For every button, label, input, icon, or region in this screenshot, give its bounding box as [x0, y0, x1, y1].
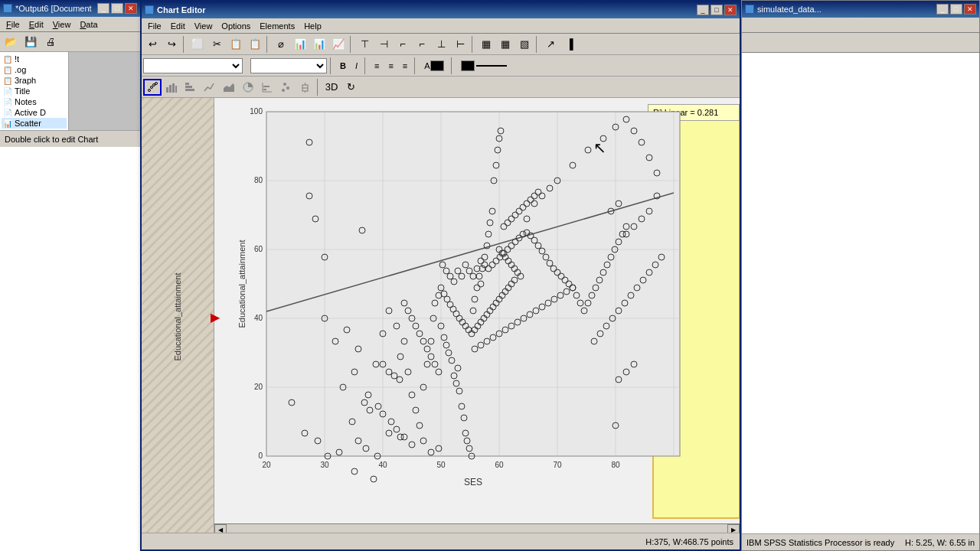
right-window-titlebar: simulated_data... _ □ ✕	[742, 1, 979, 18]
right-win-title: simulated_data...	[757, 5, 822, 14]
chart-menubar: File Edit View Options Elements Help	[142, 18, 740, 34]
sidebar-item-title[interactable]: 📄 Title	[2, 86, 67, 96]
chart-editor-icon	[145, 5, 154, 15]
svg-point-14	[286, 86, 289, 90]
right-win-icon	[745, 5, 754, 14]
chart-editor-title: Chart Editor	[157, 5, 206, 15]
svg-text:60: 60	[495, 461, 504, 469]
chart-toolbar3: 3D ↻	[142, 77, 740, 98]
chart-view-menu[interactable]: View	[190, 20, 217, 32]
boxplot-btn[interactable]	[296, 79, 315, 96]
svg-point-290	[371, 476, 377, 482]
edit-menu[interactable]: Edit	[24, 18, 48, 31]
right-minimize-btn[interactable]: _	[936, 4, 949, 15]
select-chart-type-btn[interactable]	[143, 79, 162, 96]
anchor6[interactable]: ⊢	[451, 36, 469, 53]
copy-btn[interactable]: ⬜	[188, 36, 207, 53]
grid3[interactable]: ▧	[515, 36, 534, 53]
sidebar-label-active: Active D	[15, 108, 46, 117]
anchor2[interactable]: ⊣	[374, 36, 393, 53]
svg-marker-11	[224, 83, 234, 92]
print-btn[interactable]: 🖨	[41, 34, 60, 51]
bar-chart-btn[interactable]	[162, 79, 181, 96]
chart-file-menu[interactable]: File	[143, 20, 166, 32]
sidebar-item-scatter[interactable]: 📊 Scatter	[2, 118, 67, 129]
svg-point-2	[153, 83, 155, 86]
chart-options-menu[interactable]: Options	[217, 20, 255, 32]
align-center-btn[interactable]: ≡	[384, 58, 397, 73]
hbar2-chart-btn[interactable]	[258, 79, 276, 96]
data-menu[interactable]: Data	[75, 18, 102, 31]
view-menu[interactable]: View	[48, 18, 76, 31]
scatter-plot-svg[interactable]: 100 80 60 40 20 0 20 30 40 50 60 70 80 S…	[236, 104, 695, 494]
chart-close-btn[interactable]: ✕	[724, 5, 737, 15]
chart-elements-menu[interactable]: Elements	[255, 20, 299, 32]
svg-text:30: 30	[320, 461, 329, 469]
file-menu[interactable]: File	[2, 18, 24, 31]
svg-text:50: 50	[436, 461, 446, 469]
spin-btn[interactable]: ↻	[341, 79, 360, 96]
undo-btn[interactable]: ↩	[143, 36, 162, 53]
right-close-btn[interactable]: ✕	[964, 4, 976, 15]
font-size-dropdown[interactable]	[250, 58, 327, 73]
right-restore-btn[interactable]: □	[950, 4, 962, 15]
grid1[interactable]: ▦	[477, 36, 495, 53]
chart-minimize-btn[interactable]: _	[697, 5, 709, 15]
bar-btn[interactable]: ▐	[560, 36, 579, 53]
restore-btn[interactable]: □	[111, 3, 123, 14]
line-chart-btn[interactable]	[201, 79, 219, 96]
sidebar-item-active[interactable]: 📄 Active D	[2, 107, 67, 118]
fill-color-btn[interactable]	[457, 58, 512, 73]
chart-main-area[interactable]: R² Linear = 0.281 ↖	[214, 98, 740, 536]
xport-btn[interactable]: ↗	[541, 36, 560, 53]
left-panel-ylabel: Educational_attainment	[173, 273, 182, 361]
sep2	[266, 36, 270, 53]
chart-restore-btn[interactable]: □	[710, 5, 723, 15]
align-right-btn[interactable]: ≡	[399, 58, 411, 73]
sidebar-item-log[interactable]: 📋 .og	[2, 64, 67, 75]
3d-btn[interactable]: 3D	[322, 79, 341, 96]
italic-btn[interactable]: I	[351, 58, 361, 73]
svg-text:40: 40	[378, 461, 387, 469]
minimize-btn[interactable]: _	[97, 3, 109, 14]
grid2[interactable]: ▦	[496, 36, 514, 53]
area-chart-btn[interactable]	[220, 79, 238, 96]
anchor4[interactable]: ⌐	[413, 36, 431, 53]
save-btn[interactable]: 💾	[21, 34, 40, 51]
edit2-btn[interactable]: 📋	[227, 36, 245, 53]
tool4[interactable]: 📈	[329, 36, 348, 53]
chart-body: Educational_attainment ▶ R² Linear = 0.2…	[142, 98, 740, 536]
sidebar-item-notes[interactable]: 📄 Notes	[2, 96, 67, 107]
sidebar-item-output[interactable]: 📋 !t	[2, 54, 67, 64]
dot-chart-btn[interactable]	[277, 79, 296, 96]
chart-edit-menu[interactable]: Edit	[166, 20, 190, 32]
svg-point-0	[149, 89, 151, 91]
pie-chart-btn[interactable]	[239, 79, 257, 96]
close-btn[interactable]: ✕	[125, 3, 137, 14]
right-menubar	[742, 18, 979, 33]
sidebar-item-graph[interactable]: 📋 3raph	[2, 75, 67, 86]
align-left-btn[interactable]: ≡	[371, 58, 383, 73]
hbar-chart-btn[interactable]	[181, 79, 200, 96]
mouse-cursor: ↖	[593, 140, 606, 155]
chart-help-menu[interactable]: Help	[299, 20, 326, 32]
tool3[interactable]: 📊	[310, 36, 328, 53]
edit3-btn[interactable]: 📋	[246, 36, 264, 53]
sidebar-label-it: !t	[15, 54, 19, 64]
spss-main-statusbar: IBM SPSS Statistics Processor is ready H…	[742, 533, 979, 550]
anchor1[interactable]: ⊤	[355, 36, 374, 53]
anchor3[interactable]: ⌐	[394, 36, 412, 53]
font-family-dropdown[interactable]	[143, 58, 243, 73]
anchor5[interactable]: ⊥	[432, 36, 450, 53]
tool1[interactable]: ⌀	[272, 36, 290, 53]
sidebar-label-title: Title	[15, 86, 30, 96]
cut-btn[interactable]: ✂	[207, 36, 226, 53]
redo-btn[interactable]: ↪	[162, 36, 181, 53]
svg-text:40: 40	[254, 314, 263, 322]
right-window-body: ⚙	[742, 18, 979, 53]
tool2[interactable]: 📊	[291, 36, 309, 53]
font-color-btn[interactable]: A	[420, 58, 447, 73]
open-btn[interactable]: 📂	[2, 34, 20, 51]
bold-btn[interactable]: B	[336, 58, 350, 73]
sidebar-label-log: .og	[15, 65, 26, 74]
